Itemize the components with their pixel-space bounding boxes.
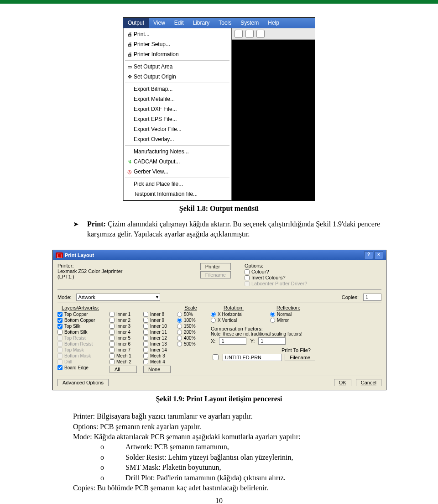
layer-item[interactable]: Board Edge (57, 365, 103, 370)
label: Export DXF File... (134, 106, 177, 112)
scale-opt[interactable]: 400% (177, 336, 204, 341)
menu-printer-setup[interactable]: 🖨Printer Setup... (124, 39, 231, 49)
sub-artwork: oArtwork: PCB şemanın tamamının, (100, 442, 365, 452)
layer-item[interactable]: Top Silk (57, 324, 103, 329)
layer-item: Bottom Mask (57, 353, 103, 358)
layer-item[interactable]: Bottom Copper (57, 318, 103, 323)
print-to-file-check[interactable] (213, 354, 219, 360)
layer-item: Top Resist (57, 336, 103, 341)
reflection-header: Reflection: (270, 305, 307, 310)
print-text: Çizim alanındaki çalışmayı kâğıda aktarı… (87, 220, 380, 238)
none-button[interactable]: None (143, 366, 171, 373)
menu-export-bitmap[interactable]: Export Bitmap... (124, 84, 231, 94)
menubar-system[interactable]: System (236, 18, 263, 28)
menu-printer-info-label: Printer Information (134, 51, 179, 58)
layer-item[interactable]: Bottom Silk (57, 330, 103, 335)
layer-item[interactable]: Inner 3 (110, 324, 137, 329)
layer-item[interactable]: Inner 10 (143, 324, 171, 329)
layer-item[interactable]: Inner 14 (143, 347, 171, 352)
printer-button[interactable]: Printer (200, 263, 231, 270)
menu-print[interactable]: 🖨Print... (124, 29, 231, 39)
toolbar-icon[interactable] (245, 30, 254, 38)
menubar-view[interactable]: View (149, 18, 170, 28)
copies-field[interactable]: 1 (363, 294, 381, 301)
menu-mfg-notes[interactable]: Manufacturing Notes... (124, 147, 231, 157)
menu-testpoint[interactable]: Testpoint Information file... (124, 189, 231, 199)
menubar-edit[interactable]: Edit (170, 18, 188, 28)
menu-export-vector[interactable]: Export Vector File... (124, 124, 231, 134)
ref-mirror[interactable]: Mirror (270, 318, 307, 323)
scale-opt[interactable]: 500% (177, 341, 204, 346)
layer-item[interactable]: Mech 3 (143, 353, 171, 358)
cancel-button[interactable]: Cancel (356, 379, 381, 386)
comp-y-label: Y: (250, 338, 255, 344)
label: CADCAM Output... (134, 158, 180, 165)
help-button[interactable]: ? (364, 251, 373, 259)
menu-separator (125, 60, 229, 61)
menubar-output[interactable]: Output (123, 18, 149, 28)
menu-printer-setup-label: Printer Setup... (134, 41, 170, 47)
menu-export-overlay[interactable]: Export Overlay... (124, 134, 231, 144)
scale-opt[interactable]: 50% (177, 312, 204, 317)
menu-cadcam[interactable]: ↯CADCAM Output... (124, 157, 231, 167)
ref-normal[interactable]: Normal (270, 312, 307, 317)
layer-item[interactable]: Inner 7 (110, 347, 137, 352)
opt-colour[interactable]: Colour? (245, 269, 381, 274)
layer-item[interactable]: Inner 11 (143, 330, 171, 335)
mode-combo[interactable]: Artwork (76, 294, 160, 301)
layer-item[interactable]: Mech 2 (110, 359, 137, 364)
menubar-help[interactable]: Help (263, 18, 284, 28)
menubar-tools[interactable]: Tools (214, 18, 236, 28)
layer-item[interactable]: Inner 4 (110, 330, 137, 335)
layer-item[interactable]: Mech 4 (143, 359, 171, 364)
printer-info-icon: 🖨 (125, 52, 134, 57)
ok-button[interactable]: OK (334, 379, 351, 386)
layer-item[interactable]: Inner 9 (143, 318, 171, 323)
scale-opt[interactable]: 100% (177, 318, 204, 323)
toolbar-icon[interactable] (256, 30, 265, 38)
menu-pick-place[interactable]: Pick and Place file... (124, 179, 231, 189)
toolbar-icon[interactable] (235, 30, 243, 38)
layer-item[interactable]: Inner 1 (110, 312, 137, 317)
comp-note: Note: these are not traditional scaling … (211, 331, 381, 336)
menu-export-metafile[interactable]: Export Metafile... (124, 94, 231, 104)
sub-drill: oDrill Plot: Pad'lerin tamamının (kâğıda… (100, 473, 365, 483)
layer-item[interactable]: Inner 13 (143, 341, 171, 346)
comp-y-field[interactable]: 1 (258, 337, 286, 345)
close-button[interactable]: × (374, 251, 383, 259)
menu-export-dxf[interactable]: Export DXF File... (124, 104, 231, 114)
layer-item[interactable]: Inner 6 (110, 341, 137, 346)
opt-invert[interactable]: Invert Colours? (245, 275, 381, 280)
advanced-options-button[interactable]: Advanced Options (57, 379, 109, 386)
app-icon: ⬚ (56, 252, 63, 258)
menu-set-origin-label: Set Output Origin (134, 74, 176, 80)
dialog-titlebar: ⬚Print Layout ? × (53, 250, 386, 260)
comp-x-field[interactable]: 1 (219, 337, 246, 345)
layer-item[interactable]: Inner 2 (110, 318, 137, 323)
printer-port: (LPT1:) (57, 274, 200, 279)
page-top-bar (0, 0, 438, 4)
all-button[interactable]: All (110, 366, 137, 373)
def-mode: Mode: Kâğıda aktarılacak PCB şemanın aşa… (73, 432, 365, 442)
layer-item[interactable]: Top Copper (57, 312, 103, 317)
rot-v[interactable]: X Vertical (211, 318, 256, 323)
menu-gerber[interactable]: ◎Gerber View... (124, 167, 231, 177)
scale-opt[interactable]: 150% (177, 324, 204, 329)
filename-button[interactable]: Filename (200, 271, 231, 278)
menu-set-output-area[interactable]: ▭Set Output Area (124, 62, 231, 72)
origin-icon: ✥ (125, 74, 134, 80)
menu-separator (125, 178, 229, 178)
menu-export-eps[interactable]: Export EPS File... (124, 114, 231, 124)
menubar-library[interactable]: Library (188, 18, 214, 28)
layer-item[interactable]: Mech 1 (110, 353, 137, 358)
rot-h[interactable]: X Horizontal (211, 312, 256, 317)
layer-item[interactable]: Inner 8 (143, 312, 171, 317)
menu-printer-info[interactable]: 🖨Printer Information (124, 49, 231, 59)
filename-field[interactable]: UNTITLED.PRN (223, 354, 282, 361)
layer-item[interactable]: Inner 12 (143, 336, 171, 341)
scale-opt[interactable]: 200% (177, 330, 204, 335)
menu-set-output-origin[interactable]: ✥Set Output Origin (124, 72, 231, 82)
filename-browse-button[interactable]: Filename (285, 354, 315, 361)
layer-item[interactable]: Inner 5 (110, 336, 137, 341)
printer-setup-icon: 🖨 (125, 42, 134, 47)
